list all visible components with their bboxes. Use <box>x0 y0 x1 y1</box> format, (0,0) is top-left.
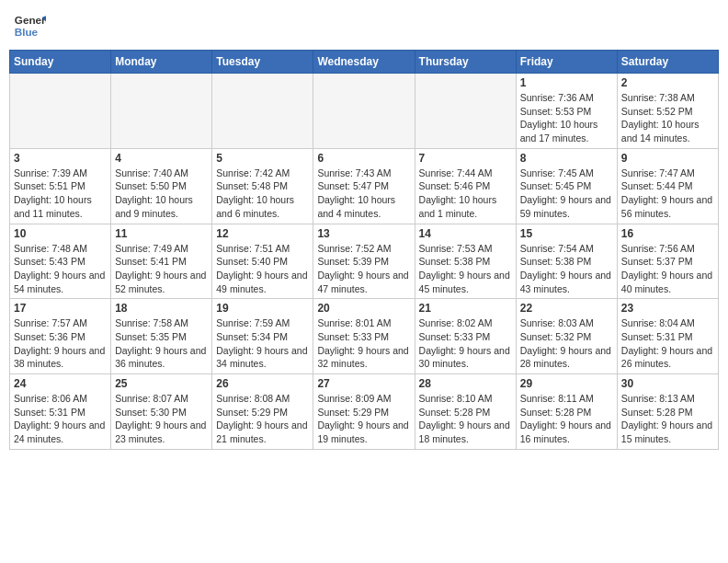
calendar-week-row: 1Sunrise: 7:36 AM Sunset: 5:53 PM Daylig… <box>10 74 719 149</box>
weekday-header: Wednesday <box>313 51 415 74</box>
day-info: Sunrise: 8:04 AM Sunset: 5:31 PM Dayligh… <box>621 316 714 371</box>
calendar-cell: 4Sunrise: 7:40 AM Sunset: 5:50 PM Daylig… <box>111 148 212 224</box>
calendar-cell: 3Sunrise: 7:39 AM Sunset: 5:51 PM Daylig… <box>10 148 111 224</box>
calendar-cell: 28Sunrise: 8:10 AM Sunset: 5:28 PM Dayli… <box>415 374 516 450</box>
calendar-week-row: 17Sunrise: 7:57 AM Sunset: 5:36 PM Dayli… <box>10 299 719 374</box>
day-info: Sunrise: 8:08 AM Sunset: 5:29 PM Dayligh… <box>216 392 309 446</box>
day-number: 22 <box>520 302 613 315</box>
calendar-cell: 13Sunrise: 7:52 AM Sunset: 5:39 PM Dayli… <box>313 224 415 299</box>
day-info: Sunrise: 8:01 AM Sunset: 5:33 PM Dayligh… <box>317 316 410 371</box>
calendar-cell <box>10 74 111 149</box>
calendar-cell: 9Sunrise: 7:47 AM Sunset: 5:44 PM Daylig… <box>617 148 718 224</box>
calendar-week-row: 10Sunrise: 7:48 AM Sunset: 5:43 PM Dayli… <box>10 224 719 299</box>
day-number: 12 <box>216 227 309 240</box>
calendar-cell: 12Sunrise: 7:51 AM Sunset: 5:40 PM Dayli… <box>212 224 313 299</box>
day-number: 24 <box>14 377 107 390</box>
calendar-cell: 21Sunrise: 8:02 AM Sunset: 5:33 PM Dayli… <box>415 299 516 374</box>
day-info: Sunrise: 8:03 AM Sunset: 5:32 PM Dayligh… <box>520 316 613 371</box>
day-info: Sunrise: 7:38 AM Sunset: 5:52 PM Dayligh… <box>621 91 714 145</box>
day-info: Sunrise: 8:06 AM Sunset: 5:31 PM Dayligh… <box>14 392 107 446</box>
day-info: Sunrise: 7:57 AM Sunset: 5:36 PM Dayligh… <box>14 316 107 371</box>
day-info: Sunrise: 7:54 AM Sunset: 5:38 PM Dayligh… <box>520 242 613 296</box>
day-number: 1 <box>520 76 613 89</box>
day-number: 26 <box>216 377 309 390</box>
day-number: 6 <box>317 152 410 165</box>
calendar-cell: 23Sunrise: 8:04 AM Sunset: 5:31 PM Dayli… <box>617 299 718 374</box>
day-number: 11 <box>115 227 208 240</box>
day-number: 7 <box>419 152 512 165</box>
day-info: Sunrise: 7:36 AM Sunset: 5:53 PM Dayligh… <box>520 91 613 145</box>
day-number: 10 <box>14 227 107 240</box>
calendar-week-row: 3Sunrise: 7:39 AM Sunset: 5:51 PM Daylig… <box>10 148 719 224</box>
svg-text:Blue: Blue <box>15 26 39 38</box>
day-info: Sunrise: 8:10 AM Sunset: 5:28 PM Dayligh… <box>419 392 512 446</box>
day-info: Sunrise: 7:45 AM Sunset: 5:45 PM Dayligh… <box>520 167 613 221</box>
day-number: 5 <box>216 152 309 165</box>
svg-text:General: General <box>15 14 46 26</box>
day-number: 14 <box>419 227 512 240</box>
calendar-cell: 6Sunrise: 7:43 AM Sunset: 5:47 PM Daylig… <box>313 148 415 224</box>
calendar-cell: 15Sunrise: 7:54 AM Sunset: 5:38 PM Dayli… <box>516 224 617 299</box>
day-number: 18 <box>115 302 208 315</box>
calendar-cell: 26Sunrise: 8:08 AM Sunset: 5:29 PM Dayli… <box>212 374 313 450</box>
weekday-header: Saturday <box>617 51 718 74</box>
calendar-cell: 29Sunrise: 8:11 AM Sunset: 5:28 PM Dayli… <box>516 374 617 450</box>
calendar-cell <box>415 74 516 149</box>
weekday-header: Tuesday <box>212 51 313 74</box>
day-number: 17 <box>14 302 107 315</box>
weekday-header-row: SundayMondayTuesdayWednesdayThursdayFrid… <box>10 51 719 74</box>
day-number: 15 <box>520 227 613 240</box>
calendar-cell: 24Sunrise: 8:06 AM Sunset: 5:31 PM Dayli… <box>10 374 111 450</box>
day-number: 8 <box>520 152 613 165</box>
day-info: Sunrise: 7:44 AM Sunset: 5:46 PM Dayligh… <box>419 167 512 221</box>
day-number: 9 <box>621 152 714 165</box>
day-info: Sunrise: 7:39 AM Sunset: 5:51 PM Dayligh… <box>14 167 107 221</box>
day-number: 27 <box>317 377 410 390</box>
day-info: Sunrise: 7:40 AM Sunset: 5:50 PM Dayligh… <box>115 167 208 221</box>
calendar-cell: 2Sunrise: 7:38 AM Sunset: 5:52 PM Daylig… <box>617 74 718 149</box>
weekday-header: Thursday <box>415 51 516 74</box>
day-info: Sunrise: 7:52 AM Sunset: 5:39 PM Dayligh… <box>317 242 410 296</box>
day-info: Sunrise: 7:43 AM Sunset: 5:47 PM Dayligh… <box>317 167 410 221</box>
calendar-cell: 27Sunrise: 8:09 AM Sunset: 5:29 PM Dayli… <box>313 374 415 450</box>
day-number: 19 <box>216 302 309 315</box>
day-number: 30 <box>621 377 714 390</box>
calendar-cell: 18Sunrise: 7:58 AM Sunset: 5:35 PM Dayli… <box>111 299 212 374</box>
calendar-cell: 25Sunrise: 8:07 AM Sunset: 5:30 PM Dayli… <box>111 374 212 450</box>
calendar-cell: 5Sunrise: 7:42 AM Sunset: 5:48 PM Daylig… <box>212 148 313 224</box>
calendar-cell <box>313 74 415 149</box>
day-info: Sunrise: 7:49 AM Sunset: 5:41 PM Dayligh… <box>115 242 208 296</box>
calendar-cell: 7Sunrise: 7:44 AM Sunset: 5:46 PM Daylig… <box>415 148 516 224</box>
day-number: 3 <box>14 152 107 165</box>
page-header: General Blue <box>9 9 719 42</box>
calendar-cell: 11Sunrise: 7:49 AM Sunset: 5:41 PM Dayli… <box>111 224 212 299</box>
calendar-cell: 1Sunrise: 7:36 AM Sunset: 5:53 PM Daylig… <box>516 74 617 149</box>
day-number: 28 <box>419 377 512 390</box>
day-number: 20 <box>317 302 410 315</box>
day-number: 13 <box>317 227 410 240</box>
calendar-cell: 19Sunrise: 7:59 AM Sunset: 5:34 PM Dayli… <box>212 299 313 374</box>
day-number: 4 <box>115 152 208 165</box>
calendar-week-row: 24Sunrise: 8:06 AM Sunset: 5:31 PM Dayli… <box>10 374 719 450</box>
calendar-cell: 17Sunrise: 7:57 AM Sunset: 5:36 PM Dayli… <box>10 299 111 374</box>
day-info: Sunrise: 8:13 AM Sunset: 5:28 PM Dayligh… <box>621 392 714 446</box>
calendar-table: SundayMondayTuesdayWednesdayThursdayFrid… <box>9 50 719 450</box>
calendar-cell: 8Sunrise: 7:45 AM Sunset: 5:45 PM Daylig… <box>516 148 617 224</box>
weekday-header: Sunday <box>10 51 111 74</box>
day-info: Sunrise: 7:51 AM Sunset: 5:40 PM Dayligh… <box>216 242 309 296</box>
calendar-cell: 16Sunrise: 7:56 AM Sunset: 5:37 PM Dayli… <box>617 224 718 299</box>
day-info: Sunrise: 7:48 AM Sunset: 5:43 PM Dayligh… <box>14 242 107 296</box>
day-info: Sunrise: 8:02 AM Sunset: 5:33 PM Dayligh… <box>419 316 512 371</box>
day-info: Sunrise: 8:11 AM Sunset: 5:28 PM Dayligh… <box>520 392 613 446</box>
day-info: Sunrise: 7:58 AM Sunset: 5:35 PM Dayligh… <box>115 316 208 371</box>
day-number: 23 <box>621 302 714 315</box>
day-info: Sunrise: 7:47 AM Sunset: 5:44 PM Dayligh… <box>621 167 714 221</box>
day-number: 2 <box>621 76 714 89</box>
calendar-cell: 14Sunrise: 7:53 AM Sunset: 5:38 PM Dayli… <box>415 224 516 299</box>
weekday-header: Friday <box>516 51 617 74</box>
calendar-cell: 30Sunrise: 8:13 AM Sunset: 5:28 PM Dayli… <box>617 374 718 450</box>
calendar-cell: 22Sunrise: 8:03 AM Sunset: 5:32 PM Dayli… <box>516 299 617 374</box>
day-number: 21 <box>419 302 512 315</box>
calendar-cell <box>212 74 313 149</box>
day-info: Sunrise: 7:59 AM Sunset: 5:34 PM Dayligh… <box>216 316 309 371</box>
